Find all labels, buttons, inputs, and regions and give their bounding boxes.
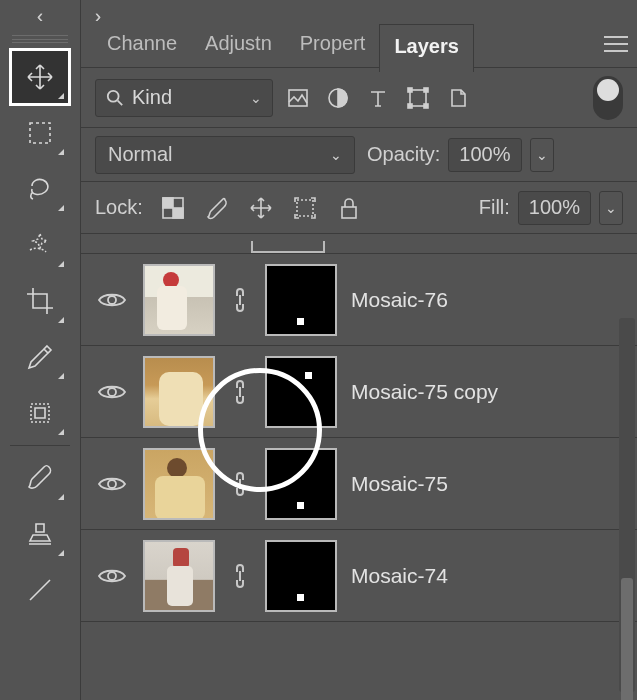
move-tool[interactable] bbox=[10, 49, 70, 105]
tools-toolbar: ‹‹ bbox=[0, 0, 80, 700]
layer-name[interactable]: Mosaic-74 bbox=[351, 564, 448, 588]
visibility-toggle[interactable] bbox=[95, 559, 129, 593]
filter-kind-dropdown[interactable]: Kind ⌄ bbox=[95, 79, 273, 117]
layer-name[interactable]: Mosaic-75 bbox=[351, 472, 448, 496]
layer-name[interactable]: Mosaic-75 copy bbox=[351, 380, 498, 404]
filter-smart-objects[interactable] bbox=[443, 83, 473, 113]
patch-tool[interactable] bbox=[10, 385, 70, 441]
layers-list: Mosaic-76 Mosaic-75 copy Mosaic-75 bbox=[81, 234, 637, 700]
layer-mask-link[interactable] bbox=[229, 561, 251, 591]
opacity-label: Opacity: bbox=[367, 143, 440, 166]
fill-label: Fill: bbox=[479, 196, 510, 219]
layer-thumbnail[interactable] bbox=[143, 448, 215, 520]
layer-mask-thumbnail[interactable] bbox=[265, 264, 337, 336]
blend-opacity-row: Normal ⌄ Opacity: 100% ⌄ bbox=[81, 128, 637, 182]
filter-toggle[interactable] bbox=[593, 76, 623, 120]
move-small-icon bbox=[249, 196, 273, 220]
layer-mask-thumbnail[interactable] bbox=[265, 540, 337, 612]
lock-position[interactable] bbox=[247, 194, 275, 222]
eye-icon bbox=[97, 381, 127, 403]
adjustment-icon bbox=[327, 87, 349, 109]
layer-name[interactable]: Mosaic-76 bbox=[351, 288, 448, 312]
lasso-icon bbox=[25, 174, 55, 204]
layer-row-partial[interactable] bbox=[81, 234, 637, 254]
tool-submenu-indicator-icon bbox=[58, 494, 64, 500]
brush-small-icon bbox=[205, 196, 229, 220]
layers-scrollbar[interactable] bbox=[619, 318, 635, 692]
layer-thumbnail[interactable] bbox=[143, 264, 215, 336]
filter-type-layers[interactable] bbox=[363, 83, 393, 113]
crop-tool[interactable] bbox=[10, 273, 70, 329]
tab-layers[interactable]: Layers bbox=[379, 24, 474, 72]
layer-mask-thumbnail[interactable] bbox=[265, 356, 337, 428]
opacity-value-input[interactable]: 100% bbox=[448, 138, 521, 172]
tool-submenu-indicator-icon bbox=[58, 317, 64, 323]
tab-adjustments[interactable]: Adjustn bbox=[191, 22, 286, 69]
layer-row[interactable]: Mosaic-75 bbox=[81, 438, 637, 530]
toolbar-grip[interactable] bbox=[12, 35, 68, 43]
visibility-toggle[interactable] bbox=[95, 283, 129, 317]
svg-rect-1 bbox=[31, 404, 49, 422]
lock-fill-row: Lock: Fill: 100% ⌄ bbox=[81, 182, 637, 234]
panel-menu-button[interactable] bbox=[603, 35, 629, 57]
svg-rect-0 bbox=[30, 123, 50, 143]
blend-mode-dropdown[interactable]: Normal ⌄ bbox=[95, 136, 355, 174]
eyedropper-tool[interactable] bbox=[10, 329, 70, 385]
svg-rect-9 bbox=[424, 104, 428, 108]
layer-mask-link[interactable] bbox=[229, 285, 251, 315]
layer-mask-link[interactable] bbox=[229, 377, 251, 407]
svg-rect-8 bbox=[408, 104, 412, 108]
image-icon bbox=[287, 87, 309, 109]
svg-point-18 bbox=[108, 572, 116, 580]
tab-properties[interactable]: Propert bbox=[286, 22, 380, 69]
lock-artboard[interactable] bbox=[291, 194, 319, 222]
layer-row[interactable]: Mosaic-74 bbox=[81, 530, 637, 622]
layers-panel: ›› Channe Adjustn Propert Layers Kind ⌄ bbox=[80, 0, 637, 700]
smart-object-icon bbox=[447, 87, 469, 109]
filter-shape-layers[interactable] bbox=[403, 83, 433, 113]
layer-mask-thumbnail[interactable] bbox=[265, 448, 337, 520]
chevron-down-icon: ⌄ bbox=[605, 200, 617, 216]
filter-adjustment-layers[interactable] bbox=[323, 83, 353, 113]
quick-selection-tool[interactable] bbox=[10, 217, 70, 273]
layer-row[interactable]: Mosaic-75 copy bbox=[81, 346, 637, 438]
eye-icon bbox=[97, 565, 127, 587]
eye-icon bbox=[97, 473, 127, 495]
lock-image[interactable] bbox=[203, 194, 231, 222]
line-tool[interactable] bbox=[10, 562, 70, 618]
magic-lasso-icon bbox=[25, 230, 55, 260]
filter-pixel-layers[interactable] bbox=[283, 83, 313, 113]
lock-all[interactable] bbox=[335, 194, 363, 222]
svg-rect-11 bbox=[163, 198, 173, 208]
fill-value: 100% bbox=[529, 196, 580, 219]
fill-slider-button[interactable]: ⌄ bbox=[599, 191, 623, 225]
scrollbar-thumb[interactable] bbox=[621, 578, 633, 700]
brush-tool[interactable] bbox=[10, 450, 70, 506]
visibility-toggle[interactable] bbox=[95, 375, 129, 409]
layer-thumbnail[interactable] bbox=[143, 540, 215, 612]
tool-submenu-indicator-icon bbox=[58, 205, 64, 211]
layer-thumbnail[interactable] bbox=[143, 356, 215, 428]
mask-pixel-icon bbox=[297, 318, 304, 325]
svg-rect-6 bbox=[408, 88, 412, 92]
layer-row[interactable]: Mosaic-76 bbox=[81, 254, 637, 346]
svg-point-15 bbox=[108, 296, 116, 304]
layer-mask-link[interactable] bbox=[229, 469, 251, 499]
lasso-tool[interactable] bbox=[10, 161, 70, 217]
rectangular-marquee-tool[interactable] bbox=[10, 105, 70, 161]
expand-panel-icon[interactable]: ›› bbox=[81, 0, 637, 24]
lock-icon bbox=[337, 196, 361, 220]
lock-transparency[interactable] bbox=[159, 194, 187, 222]
patch-icon bbox=[25, 398, 55, 428]
visibility-toggle[interactable] bbox=[95, 467, 129, 501]
shape-icon bbox=[407, 87, 429, 109]
tab-channels[interactable]: Channe bbox=[93, 22, 191, 69]
chevron-down-icon: ⌄ bbox=[536, 147, 548, 163]
fill-value-input[interactable]: 100% bbox=[518, 191, 591, 225]
link-icon bbox=[230, 470, 250, 498]
svg-point-17 bbox=[108, 480, 116, 488]
tool-submenu-indicator-icon bbox=[58, 429, 64, 435]
clone-stamp-tool[interactable] bbox=[10, 506, 70, 562]
lock-label: Lock: bbox=[95, 196, 143, 219]
opacity-slider-button[interactable]: ⌄ bbox=[530, 138, 554, 172]
